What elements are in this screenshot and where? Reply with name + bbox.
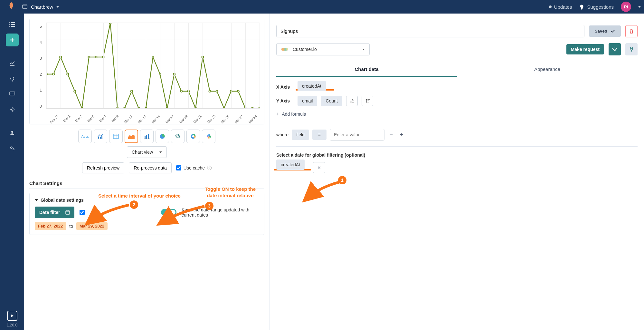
user-menu-caret-icon[interactable] (638, 6, 641, 8)
updates-text: Updates (554, 4, 572, 10)
suggestions-link[interactable]: Suggestions (579, 4, 614, 10)
user-avatar[interactable]: RI (621, 2, 631, 12)
updates-link[interactable]: Updates (549, 4, 572, 10)
lightbulb-icon (579, 4, 584, 10)
svg-point-0 (11, 2, 12, 4)
updates-dot-icon (549, 5, 552, 8)
project-name: Chartbrew (31, 4, 53, 10)
project-selector[interactable]: Chartbrew (19, 2, 62, 12)
chartbrew-logo (8, 2, 15, 12)
suggestions-text: Suggestions (587, 4, 614, 10)
caret-down-icon (56, 6, 59, 8)
window-icon (22, 4, 28, 10)
svg-rect-1 (23, 5, 27, 8)
